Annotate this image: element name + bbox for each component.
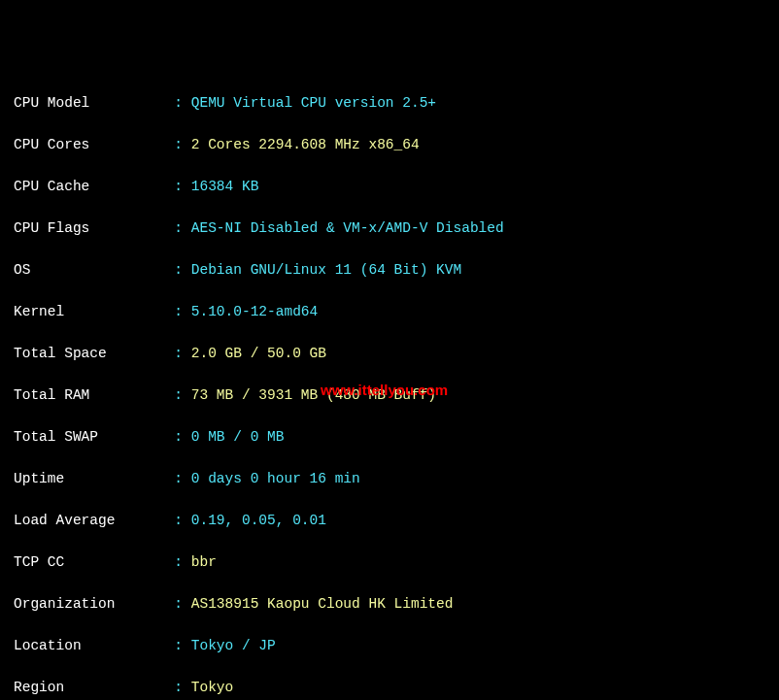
- field-value: 0.19, 0.05, 0.01: [191, 513, 326, 528]
- output-line: Organization : AS138915 Kaopu Cloud HK L…: [14, 594, 765, 616]
- colon: :: [174, 95, 190, 111]
- field-label: OS: [14, 262, 174, 278]
- field-label: CPU Cores: [14, 137, 174, 152]
- field-label: Total SWAP: [14, 429, 174, 445]
- field-value: 0 MB / 0 MB: [191, 429, 285, 445]
- colon: :: [174, 220, 190, 236]
- field-value: Tokyo / JP: [191, 638, 276, 653]
- colon: :: [174, 638, 190, 653]
- field-value: 5.10.0-12-amd64: [191, 304, 319, 319]
- field-label: CPU Model: [14, 95, 174, 111]
- field-label: CPU Flags: [14, 220, 174, 236]
- field-label: CPU Cache: [14, 179, 174, 194]
- colon: :: [174, 513, 190, 528]
- colon: :: [174, 304, 190, 319]
- output-line: OS : Debian GNU/Linux 11 (64 Bit) KVM: [14, 260, 765, 282]
- output-line: CPU Cores : 2 Cores 2294.608 MHz x86_64: [14, 135, 765, 156]
- watermark: www.ittellyou.com: [321, 380, 448, 401]
- field-label: TCP CC: [14, 554, 174, 570]
- output-line: Load Average : 0.19, 0.05, 0.01: [14, 511, 765, 532]
- colon: :: [174, 387, 190, 403]
- field-value: AES-NI Disabled & VM-x/AMD-V Disabled: [191, 220, 504, 236]
- colon: :: [174, 680, 190, 695]
- output-line: CPU Model : QEMU Virtual CPU version 2.5…: [14, 93, 765, 115]
- output-line: Kernel : 5.10.0-12-amd64: [14, 302, 765, 323]
- terminal-output: CPU Model : QEMU Virtual CPU version 2.5…: [14, 93, 765, 700]
- field-label: Region: [14, 680, 174, 695]
- field-label: Total RAM: [14, 387, 174, 403]
- field-value: bbr: [191, 554, 217, 570]
- output-line: CPU Flags : AES-NI Disabled & VM-x/AMD-V…: [14, 218, 765, 240]
- output-line: Uptime : 0 days 0 hour 16 min: [14, 469, 765, 490]
- colon: :: [174, 429, 190, 445]
- output-line: Total Space : 2.0 GB / 50.0 GB: [14, 344, 765, 365]
- output-line: Total SWAP : 0 MB / 0 MB: [14, 427, 765, 449]
- field-value: 2.0 GB / 50.0 GB: [191, 346, 326, 361]
- field-label: Kernel: [14, 304, 174, 319]
- colon: :: [174, 471, 190, 486]
- colon: :: [174, 554, 190, 570]
- output-line: TCP CC : bbr: [14, 552, 765, 574]
- colon: :: [174, 596, 190, 612]
- field-value: AS138915 Kaopu Cloud HK Limited: [191, 596, 454, 612]
- field-label: Organization: [14, 596, 174, 612]
- field-label: Uptime: [14, 471, 174, 486]
- output-line: Location : Tokyo / JP: [14, 636, 765, 657]
- field-label: Location: [14, 638, 174, 653]
- field-value: 16384 KB: [191, 179, 259, 194]
- colon: :: [174, 179, 190, 194]
- colon: :: [174, 137, 190, 152]
- field-label: Total Space: [14, 346, 174, 361]
- output-line: CPU Cache : 16384 KB: [14, 177, 765, 198]
- field-value: Tokyo: [191, 680, 234, 695]
- field-value: 0 days 0 hour 16 min: [191, 471, 360, 486]
- colon: :: [174, 262, 190, 278]
- field-label: Load Average: [14, 513, 174, 528]
- field-value: Debian GNU/Linux 11 (64 Bit) KVM: [191, 262, 461, 278]
- colon: :: [174, 346, 190, 361]
- field-value: 2 Cores 2294.608 MHz x86_64: [191, 137, 420, 152]
- field-value: QEMU Virtual CPU version 2.5+: [191, 95, 436, 111]
- output-line: Region : Tokyo: [14, 678, 765, 699]
